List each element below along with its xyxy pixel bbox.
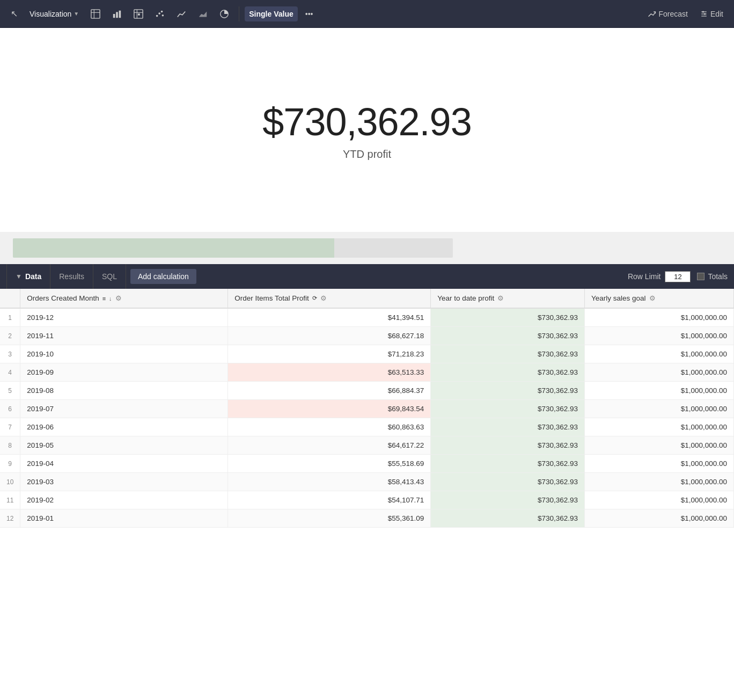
progress-bar-container: progress to yearly sales goal [13,232,453,264]
svg-rect-19 [702,11,704,12]
cell-month: 2019-02 [20,491,228,509]
table-row: 122019-01$55,361.09$730,362.93$1,000,000… [0,509,734,528]
cell-month: 2019-06 [20,418,228,436]
cell-month: 2019-08 [20,382,228,400]
cursor-icon[interactable]: ↖ [6,5,22,22]
toolbar: ↖ Visualization ▼ Single Value ••• Forec… [0,0,734,28]
cell-rownum: 3 [0,345,20,363]
cell-month: 2019-09 [20,363,228,382]
pivot-filter-icon: ⟳ [312,295,317,302]
divider-1 [239,6,239,21]
tab-data[interactable]: ▼ Data [6,264,50,289]
scatter-icon[interactable] [151,6,169,22]
col-header-ytd-profit[interactable]: Year to date profit ⚙ [431,289,585,308]
ytd-label: YTD profit [343,148,391,161]
cell-rownum: 11 [0,491,20,509]
area-chart-icon[interactable] [194,6,212,22]
cell-rownum: 8 [0,436,20,455]
row-limit-input[interactable] [665,271,691,282]
col-header-yearly-goal[interactable]: Yearly sales goal ⚙ [584,289,733,308]
progress-bar-bg: progress to yearly sales goal [13,238,453,258]
add-calculation-button[interactable]: Add calculation [130,269,196,284]
cell-ytd: $730,362.93 [431,327,585,345]
cell-rownum: 2 [0,327,20,345]
svg-point-13 [162,14,164,16]
col-header-rownum [0,289,20,308]
pie-chart-icon[interactable] [215,6,233,22]
svg-point-12 [161,10,163,12]
svg-marker-14 [199,11,207,17]
table-icon[interactable] [86,6,105,22]
row-limit-section: Row Limit [628,271,691,282]
gear-icon-profit[interactable]: ⚙ [320,294,327,302]
cell-profit: $63,513.33 [228,363,431,382]
cell-goal: $1,000,000.00 [584,345,733,363]
cell-profit: $54,107.71 [228,491,431,509]
gear-icon-month[interactable]: ⚙ [115,294,122,302]
cell-profit: $68,627.18 [228,327,431,345]
ytd-value: $730,362.93 [262,100,471,144]
cell-goal: $1,000,000.00 [584,400,733,418]
cell-month: 2019-12 [20,308,228,327]
gear-icon-ytd[interactable]: ⚙ [497,294,504,302]
table-row: 112019-02$54,107.71$730,362.93$1,000,000… [0,491,734,509]
cell-month: 2019-10 [20,345,228,363]
cell-profit: $60,863.63 [228,418,431,436]
bar-chart-icon[interactable] [108,6,126,22]
tab-sql[interactable]: SQL [93,264,126,289]
cell-rownum: 12 [0,509,20,528]
cell-goal: $1,000,000.00 [584,509,733,528]
cell-ytd: $730,362.93 [431,382,585,400]
cell-profit: $66,884.37 [228,382,431,400]
cell-goal: $1,000,000.00 [584,308,733,327]
svg-rect-9 [138,13,140,16]
table-row: 92019-04$55,518.69$730,362.93$1,000,000.… [0,455,734,473]
cell-profit: $58,413.43 [228,473,431,491]
edit-button[interactable]: Edit [695,6,728,21]
tab-results[interactable]: Results [50,264,93,289]
cell-goal: $1,000,000.00 [584,491,733,509]
cell-rownum: 5 [0,382,20,400]
cell-ytd: $730,362.93 [431,363,585,382]
cell-profit: $41,394.51 [228,308,431,327]
cell-ytd: $730,362.93 [431,400,585,418]
cell-ytd: $730,362.93 [431,491,585,509]
cell-profit: $55,518.69 [228,455,431,473]
cell-goal: $1,000,000.00 [584,473,733,491]
svg-rect-3 [113,14,115,18]
more-button[interactable]: ••• [301,6,318,21]
gear-icon-goal[interactable]: ⚙ [649,294,656,302]
line-chart-icon[interactable] [172,6,190,22]
data-tabs: ▼ Data Results SQL Add calculation Row L… [0,264,734,289]
col-header-orders-month[interactable]: Orders Created Month ≡ ↓ ⚙ [20,289,228,308]
visualization-dropdown[interactable]: Visualization ▼ [25,6,83,21]
data-table-container: Orders Created Month ≡ ↓ ⚙ Order Items T… [0,289,734,528]
cell-goal: $1,000,000.00 [584,382,733,400]
progress-section: progress to yearly sales goal [0,232,734,264]
forecast-button[interactable]: Forecast [643,6,692,21]
cell-rownum: 9 [0,455,20,473]
cell-ytd: $730,362.93 [431,308,585,327]
cell-ytd: $730,362.93 [431,455,585,473]
totals-checkbox[interactable] [697,273,704,280]
table-row: 72019-06$60,863.63$730,362.93$1,000,000.… [0,418,734,436]
table-row: 62019-07$69,843.54$730,362.93$1,000,000.… [0,400,734,418]
cell-ytd: $730,362.93 [431,509,585,528]
cell-ytd: $730,362.93 [431,473,585,491]
cell-profit: $69,843.54 [228,400,431,418]
cell-month: 2019-05 [20,436,228,455]
cell-profit: $71,218.23 [228,345,431,363]
data-tab-arrow: ▼ [16,273,22,280]
pivot-icon[interactable] [129,6,148,22]
table-row: 12019-12$41,394.51$730,362.93$1,000,000.… [0,308,734,327]
svg-point-11 [159,12,161,14]
col-header-total-profit[interactable]: Order Items Total Profit ⟳ ⚙ [228,289,431,308]
table-row: 22019-11$68,627.18$730,362.93$1,000,000.… [0,327,734,345]
progress-bar-fill [13,238,334,258]
single-value-tab[interactable]: Single Value [245,6,297,21]
filter-icon: ≡ [102,295,106,302]
cell-goal: $1,000,000.00 [584,436,733,455]
data-table: Orders Created Month ≡ ↓ ⚙ Order Items T… [0,289,734,528]
table-row: 42019-09$63,513.33$730,362.93$1,000,000.… [0,363,734,382]
cell-rownum: 1 [0,308,20,327]
